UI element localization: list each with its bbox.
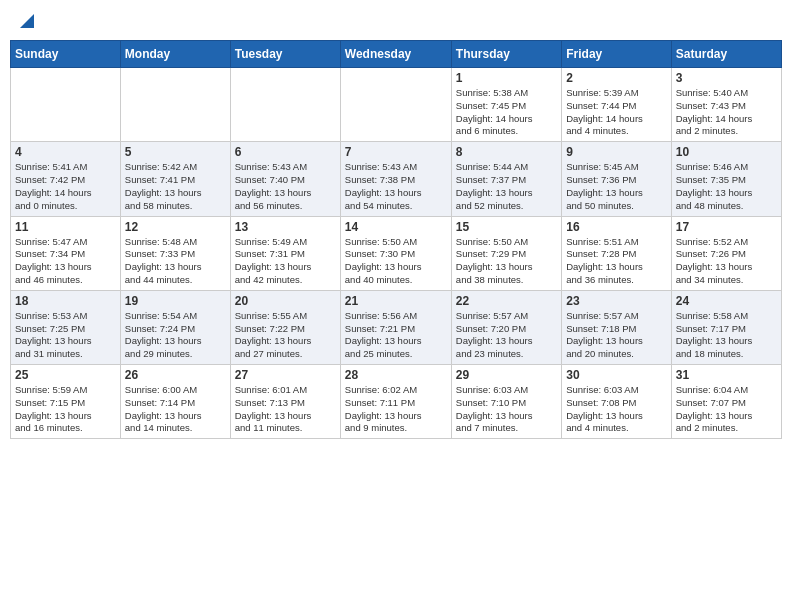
- calendar-cell: 31Sunrise: 6:04 AM Sunset: 7:07 PM Dayli…: [671, 365, 781, 439]
- day-info: Sunrise: 5:40 AM Sunset: 7:43 PM Dayligh…: [676, 87, 777, 138]
- calendar-cell: 22Sunrise: 5:57 AM Sunset: 7:20 PM Dayli…: [451, 290, 561, 364]
- calendar-cell: 21Sunrise: 5:56 AM Sunset: 7:21 PM Dayli…: [340, 290, 451, 364]
- day-info: Sunrise: 5:50 AM Sunset: 7:30 PM Dayligh…: [345, 236, 447, 287]
- day-info: Sunrise: 5:53 AM Sunset: 7:25 PM Dayligh…: [15, 310, 116, 361]
- day-info: Sunrise: 5:42 AM Sunset: 7:41 PM Dayligh…: [125, 161, 226, 212]
- calendar-cell: 27Sunrise: 6:01 AM Sunset: 7:13 PM Dayli…: [230, 365, 340, 439]
- header-row: SundayMondayTuesdayWednesdayThursdayFrid…: [11, 41, 782, 68]
- calendar-cell: 8Sunrise: 5:44 AM Sunset: 7:37 PM Daylig…: [451, 142, 561, 216]
- calendar-cell: 15Sunrise: 5:50 AM Sunset: 7:29 PM Dayli…: [451, 216, 561, 290]
- day-info: Sunrise: 5:38 AM Sunset: 7:45 PM Dayligh…: [456, 87, 557, 138]
- calendar-cell: 18Sunrise: 5:53 AM Sunset: 7:25 PM Dayli…: [11, 290, 121, 364]
- day-number: 26: [125, 368, 226, 382]
- calendar-cell: 26Sunrise: 6:00 AM Sunset: 7:14 PM Dayli…: [120, 365, 230, 439]
- day-number: 10: [676, 145, 777, 159]
- day-info: Sunrise: 5:41 AM Sunset: 7:42 PM Dayligh…: [15, 161, 116, 212]
- calendar-table: SundayMondayTuesdayWednesdayThursdayFrid…: [10, 40, 782, 439]
- calendar-cell: 10Sunrise: 5:46 AM Sunset: 7:35 PM Dayli…: [671, 142, 781, 216]
- day-number: 8: [456, 145, 557, 159]
- calendar-cell: [230, 68, 340, 142]
- day-number: 31: [676, 368, 777, 382]
- calendar-cell: 20Sunrise: 5:55 AM Sunset: 7:22 PM Dayli…: [230, 290, 340, 364]
- day-info: Sunrise: 5:50 AM Sunset: 7:29 PM Dayligh…: [456, 236, 557, 287]
- day-number: 23: [566, 294, 666, 308]
- day-header-sunday: Sunday: [11, 41, 121, 68]
- day-number: 14: [345, 220, 447, 234]
- day-number: 3: [676, 71, 777, 85]
- calendar-cell: 3Sunrise: 5:40 AM Sunset: 7:43 PM Daylig…: [671, 68, 781, 142]
- day-info: Sunrise: 5:46 AM Sunset: 7:35 PM Dayligh…: [676, 161, 777, 212]
- week-row-1: 1Sunrise: 5:38 AM Sunset: 7:45 PM Daylig…: [11, 68, 782, 142]
- day-number: 13: [235, 220, 336, 234]
- week-row-2: 4Sunrise: 5:41 AM Sunset: 7:42 PM Daylig…: [11, 142, 782, 216]
- calendar-cell: 11Sunrise: 5:47 AM Sunset: 7:34 PM Dayli…: [11, 216, 121, 290]
- page-header: [10, 10, 782, 32]
- calendar-cell: 4Sunrise: 5:41 AM Sunset: 7:42 PM Daylig…: [11, 142, 121, 216]
- day-number: 15: [456, 220, 557, 234]
- week-row-5: 25Sunrise: 5:59 AM Sunset: 7:15 PM Dayli…: [11, 365, 782, 439]
- day-number: 7: [345, 145, 447, 159]
- calendar-cell: 13Sunrise: 5:49 AM Sunset: 7:31 PM Dayli…: [230, 216, 340, 290]
- day-info: Sunrise: 5:51 AM Sunset: 7:28 PM Dayligh…: [566, 236, 666, 287]
- calendar-cell: [120, 68, 230, 142]
- day-number: 19: [125, 294, 226, 308]
- calendar-cell: 29Sunrise: 6:03 AM Sunset: 7:10 PM Dayli…: [451, 365, 561, 439]
- day-header-saturday: Saturday: [671, 41, 781, 68]
- day-info: Sunrise: 5:58 AM Sunset: 7:17 PM Dayligh…: [676, 310, 777, 361]
- svg-marker-0: [20, 14, 34, 28]
- day-number: 4: [15, 145, 116, 159]
- calendar-cell: 30Sunrise: 6:03 AM Sunset: 7:08 PM Dayli…: [562, 365, 671, 439]
- day-number: 2: [566, 71, 666, 85]
- day-info: Sunrise: 5:43 AM Sunset: 7:38 PM Dayligh…: [345, 161, 447, 212]
- day-info: Sunrise: 5:56 AM Sunset: 7:21 PM Dayligh…: [345, 310, 447, 361]
- day-number: 18: [15, 294, 116, 308]
- day-number: 16: [566, 220, 666, 234]
- logo-icon: [16, 10, 34, 28]
- calendar-cell: 7Sunrise: 5:43 AM Sunset: 7:38 PM Daylig…: [340, 142, 451, 216]
- day-info: Sunrise: 6:02 AM Sunset: 7:11 PM Dayligh…: [345, 384, 447, 435]
- logo: [14, 10, 34, 32]
- day-info: Sunrise: 5:45 AM Sunset: 7:36 PM Dayligh…: [566, 161, 666, 212]
- day-header-friday: Friday: [562, 41, 671, 68]
- calendar-cell: 2Sunrise: 5:39 AM Sunset: 7:44 PM Daylig…: [562, 68, 671, 142]
- calendar-cell: [11, 68, 121, 142]
- day-info: Sunrise: 5:59 AM Sunset: 7:15 PM Dayligh…: [15, 384, 116, 435]
- day-info: Sunrise: 5:47 AM Sunset: 7:34 PM Dayligh…: [15, 236, 116, 287]
- day-info: Sunrise: 5:48 AM Sunset: 7:33 PM Dayligh…: [125, 236, 226, 287]
- day-info: Sunrise: 6:03 AM Sunset: 7:10 PM Dayligh…: [456, 384, 557, 435]
- day-number: 12: [125, 220, 226, 234]
- day-number: 21: [345, 294, 447, 308]
- day-number: 20: [235, 294, 336, 308]
- day-info: Sunrise: 5:55 AM Sunset: 7:22 PM Dayligh…: [235, 310, 336, 361]
- calendar-cell: 9Sunrise: 5:45 AM Sunset: 7:36 PM Daylig…: [562, 142, 671, 216]
- day-info: Sunrise: 5:39 AM Sunset: 7:44 PM Dayligh…: [566, 87, 666, 138]
- calendar-cell: [340, 68, 451, 142]
- day-number: 27: [235, 368, 336, 382]
- day-number: 28: [345, 368, 447, 382]
- day-info: Sunrise: 6:00 AM Sunset: 7:14 PM Dayligh…: [125, 384, 226, 435]
- day-info: Sunrise: 6:04 AM Sunset: 7:07 PM Dayligh…: [676, 384, 777, 435]
- day-info: Sunrise: 5:52 AM Sunset: 7:26 PM Dayligh…: [676, 236, 777, 287]
- day-header-wednesday: Wednesday: [340, 41, 451, 68]
- day-number: 6: [235, 145, 336, 159]
- calendar-cell: 24Sunrise: 5:58 AM Sunset: 7:17 PM Dayli…: [671, 290, 781, 364]
- day-info: Sunrise: 5:54 AM Sunset: 7:24 PM Dayligh…: [125, 310, 226, 361]
- day-info: Sunrise: 5:57 AM Sunset: 7:18 PM Dayligh…: [566, 310, 666, 361]
- calendar-cell: 12Sunrise: 5:48 AM Sunset: 7:33 PM Dayli…: [120, 216, 230, 290]
- calendar-cell: 6Sunrise: 5:43 AM Sunset: 7:40 PM Daylig…: [230, 142, 340, 216]
- calendar-cell: 25Sunrise: 5:59 AM Sunset: 7:15 PM Dayli…: [11, 365, 121, 439]
- day-number: 5: [125, 145, 226, 159]
- week-row-3: 11Sunrise: 5:47 AM Sunset: 7:34 PM Dayli…: [11, 216, 782, 290]
- calendar-cell: 16Sunrise: 5:51 AM Sunset: 7:28 PM Dayli…: [562, 216, 671, 290]
- day-number: 29: [456, 368, 557, 382]
- day-header-monday: Monday: [120, 41, 230, 68]
- week-row-4: 18Sunrise: 5:53 AM Sunset: 7:25 PM Dayli…: [11, 290, 782, 364]
- day-info: Sunrise: 6:01 AM Sunset: 7:13 PM Dayligh…: [235, 384, 336, 435]
- calendar-cell: 14Sunrise: 5:50 AM Sunset: 7:30 PM Dayli…: [340, 216, 451, 290]
- day-number: 24: [676, 294, 777, 308]
- day-info: Sunrise: 6:03 AM Sunset: 7:08 PM Dayligh…: [566, 384, 666, 435]
- day-info: Sunrise: 5:44 AM Sunset: 7:37 PM Dayligh…: [456, 161, 557, 212]
- day-number: 1: [456, 71, 557, 85]
- day-header-thursday: Thursday: [451, 41, 561, 68]
- day-info: Sunrise: 5:57 AM Sunset: 7:20 PM Dayligh…: [456, 310, 557, 361]
